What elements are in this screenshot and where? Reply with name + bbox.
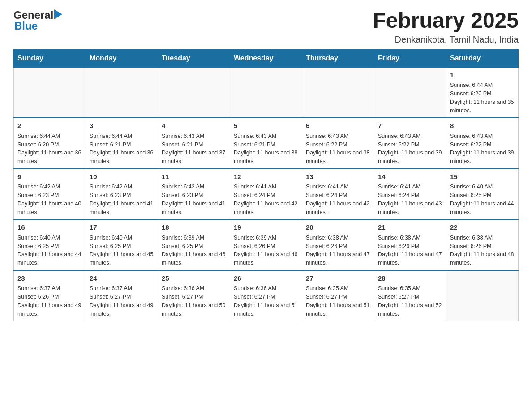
title-block: February 2025 Denkanikota, Tamil Nadu, I… xyxy=(373,9,519,45)
sunrise-text: Sunrise: 6:38 AM xyxy=(306,234,370,242)
calendar-cell: 10Sunrise: 6:42 AMSunset: 6:23 PMDayligh… xyxy=(86,169,158,220)
sunset-text: Sunset: 6:27 PM xyxy=(234,293,298,301)
sunset-text: Sunset: 6:24 PM xyxy=(234,191,298,200)
daylight-text: Daylight: 11 hours and 51 minutes. xyxy=(234,301,298,318)
logo: General Blue xyxy=(13,9,62,32)
daylight-text: Daylight: 11 hours and 36 minutes. xyxy=(17,149,82,166)
day-number: 14 xyxy=(378,172,442,182)
daylight-text: Daylight: 11 hours and 42 minutes. xyxy=(306,200,370,217)
daylight-text: Daylight: 11 hours and 46 minutes. xyxy=(162,250,226,267)
calendar-cell: 13Sunrise: 6:41 AMSunset: 6:24 PMDayligh… xyxy=(302,169,374,220)
calendar-cell: 8Sunrise: 6:43 AMSunset: 6:22 PMDaylight… xyxy=(446,118,519,169)
daylight-text: Daylight: 11 hours and 38 minutes. xyxy=(306,149,370,166)
calendar-table: SundayMondayTuesdayWednesdayThursdayFrid… xyxy=(13,49,519,321)
sunset-text: Sunset: 6:25 PM xyxy=(17,242,82,251)
daylight-text: Daylight: 11 hours and 44 minutes. xyxy=(17,250,82,267)
day-number: 8 xyxy=(450,121,515,131)
day-number: 10 xyxy=(90,172,154,182)
calendar-cell xyxy=(374,67,446,118)
calendar-cell: 17Sunrise: 6:40 AMSunset: 6:25 PMDayligh… xyxy=(86,219,158,270)
sunset-text: Sunset: 6:25 PM xyxy=(90,242,154,251)
calendar-week-row: 23Sunrise: 6:37 AMSunset: 6:26 PMDayligh… xyxy=(14,270,519,321)
day-number: 3 xyxy=(90,121,154,131)
calendar-cell: 20Sunrise: 6:38 AMSunset: 6:26 PMDayligh… xyxy=(302,219,374,270)
day-number: 12 xyxy=(234,172,298,182)
calendar-week-row: 2Sunrise: 6:44 AMSunset: 6:20 PMDaylight… xyxy=(14,118,519,169)
sunset-text: Sunset: 6:25 PM xyxy=(450,191,515,200)
sunrise-text: Sunrise: 6:43 AM xyxy=(306,132,370,141)
sunset-text: Sunset: 6:26 PM xyxy=(450,242,515,251)
day-number: 7 xyxy=(378,121,442,131)
daylight-text: Daylight: 11 hours and 50 minutes. xyxy=(162,301,226,318)
sunset-text: Sunset: 6:22 PM xyxy=(306,141,370,149)
daylight-text: Daylight: 11 hours and 52 minutes. xyxy=(378,301,442,318)
month-title: February 2025 xyxy=(373,9,519,33)
sunrise-text: Sunrise: 6:37 AM xyxy=(90,284,154,293)
calendar-cell: 14Sunrise: 6:41 AMSunset: 6:24 PMDayligh… xyxy=(374,169,446,220)
sunrise-text: Sunrise: 6:41 AM xyxy=(306,183,370,191)
daylight-text: Daylight: 11 hours and 43 minutes. xyxy=(378,200,442,217)
day-number: 11 xyxy=(162,172,226,182)
calendar-cell: 19Sunrise: 6:39 AMSunset: 6:26 PMDayligh… xyxy=(230,219,302,270)
sunrise-text: Sunrise: 6:42 AM xyxy=(162,183,226,191)
sunset-text: Sunset: 6:27 PM xyxy=(90,293,154,301)
day-number: 6 xyxy=(306,121,370,131)
daylight-text: Daylight: 11 hours and 40 minutes. xyxy=(17,200,82,217)
calendar-cell: 15Sunrise: 6:40 AMSunset: 6:25 PMDayligh… xyxy=(446,169,519,220)
sunrise-text: Sunrise: 6:43 AM xyxy=(450,132,515,141)
sunrise-text: Sunrise: 6:39 AM xyxy=(162,234,226,242)
sunset-text: Sunset: 6:26 PM xyxy=(17,293,82,301)
sunrise-text: Sunrise: 6:40 AM xyxy=(17,234,82,242)
sunset-text: Sunset: 6:21 PM xyxy=(162,141,226,149)
day-number: 26 xyxy=(234,274,298,284)
calendar-cell: 28Sunrise: 6:35 AMSunset: 6:27 PMDayligh… xyxy=(374,270,446,321)
weekday-header: Wednesday xyxy=(230,49,302,67)
sunrise-text: Sunrise: 6:41 AM xyxy=(378,183,442,191)
weekday-header: Tuesday xyxy=(158,49,230,67)
sunset-text: Sunset: 6:27 PM xyxy=(306,293,370,301)
calendar-cell: 25Sunrise: 6:36 AMSunset: 6:27 PMDayligh… xyxy=(158,270,230,321)
sunset-text: Sunset: 6:26 PM xyxy=(234,242,298,251)
calendar-cell: 12Sunrise: 6:41 AMSunset: 6:24 PMDayligh… xyxy=(230,169,302,220)
weekday-header: Thursday xyxy=(302,49,374,67)
calendar-cell: 16Sunrise: 6:40 AMSunset: 6:25 PMDayligh… xyxy=(14,219,86,270)
calendar-cell: 11Sunrise: 6:42 AMSunset: 6:23 PMDayligh… xyxy=(158,169,230,220)
sunrise-text: Sunrise: 6:40 AM xyxy=(450,183,515,191)
day-number: 22 xyxy=(450,223,515,233)
day-number: 13 xyxy=(306,172,370,182)
calendar-cell: 24Sunrise: 6:37 AMSunset: 6:27 PMDayligh… xyxy=(86,270,158,321)
sunrise-text: Sunrise: 6:44 AM xyxy=(450,81,515,90)
calendar-cell: 5Sunrise: 6:43 AMSunset: 6:21 PMDaylight… xyxy=(230,118,302,169)
sunset-text: Sunset: 6:22 PM xyxy=(450,141,515,149)
day-number: 16 xyxy=(17,223,82,233)
svg-marker-0 xyxy=(54,9,62,19)
weekday-header-row: SundayMondayTuesdayWednesdayThursdayFrid… xyxy=(14,49,519,67)
sunset-text: Sunset: 6:27 PM xyxy=(378,293,442,301)
daylight-text: Daylight: 11 hours and 39 minutes. xyxy=(450,149,515,166)
calendar-cell: 26Sunrise: 6:36 AMSunset: 6:27 PMDayligh… xyxy=(230,270,302,321)
day-number: 4 xyxy=(162,121,226,131)
sunrise-text: Sunrise: 6:36 AM xyxy=(234,284,298,293)
day-number: 28 xyxy=(378,274,442,284)
daylight-text: Daylight: 11 hours and 36 minutes. xyxy=(90,149,154,166)
weekday-header: Friday xyxy=(374,49,446,67)
sunset-text: Sunset: 6:24 PM xyxy=(306,191,370,200)
sunset-text: Sunset: 6:25 PM xyxy=(162,242,226,251)
calendar-cell: 2Sunrise: 6:44 AMSunset: 6:20 PMDaylight… xyxy=(14,118,86,169)
sunrise-text: Sunrise: 6:37 AM xyxy=(17,284,82,293)
calendar-cell: 4Sunrise: 6:43 AMSunset: 6:21 PMDaylight… xyxy=(158,118,230,169)
sunrise-text: Sunrise: 6:35 AM xyxy=(378,284,442,293)
daylight-text: Daylight: 11 hours and 44 minutes. xyxy=(450,200,515,217)
daylight-text: Daylight: 11 hours and 51 minutes. xyxy=(306,301,370,318)
weekday-header: Saturday xyxy=(446,49,519,67)
sunrise-text: Sunrise: 6:41 AM xyxy=(234,183,298,191)
calendar-cell: 3Sunrise: 6:44 AMSunset: 6:21 PMDaylight… xyxy=(86,118,158,169)
daylight-text: Daylight: 11 hours and 47 minutes. xyxy=(378,250,442,267)
day-number: 18 xyxy=(162,223,226,233)
day-number: 19 xyxy=(234,223,298,233)
daylight-text: Daylight: 11 hours and 35 minutes. xyxy=(450,98,515,115)
calendar-week-row: 9Sunrise: 6:42 AMSunset: 6:23 PMDaylight… xyxy=(14,169,519,220)
location-subtitle: Denkanikota, Tamil Nadu, India xyxy=(373,34,519,45)
daylight-text: Daylight: 11 hours and 42 minutes. xyxy=(234,200,298,217)
sunset-text: Sunset: 6:27 PM xyxy=(162,293,226,301)
